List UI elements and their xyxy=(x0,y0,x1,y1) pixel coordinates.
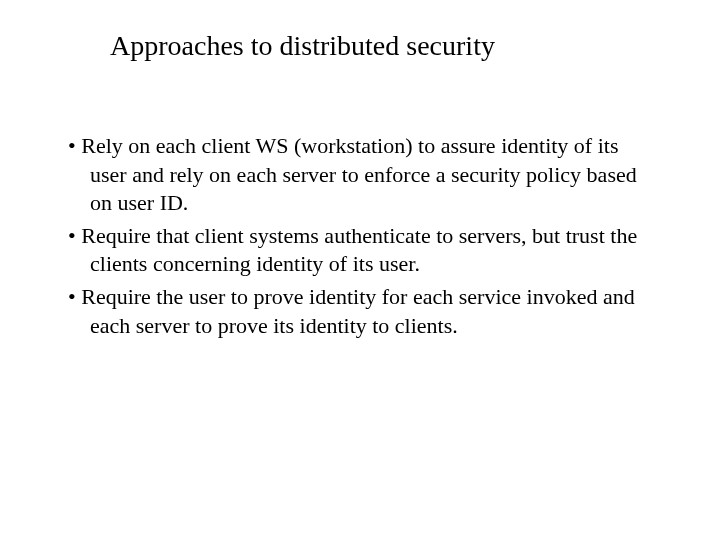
slide-title: Approaches to distributed security xyxy=(110,30,660,62)
list-item: Rely on each client WS (workstation) to … xyxy=(60,132,660,218)
list-item: Require that client systems authenticate… xyxy=(60,222,660,279)
bullet-list: Rely on each client WS (workstation) to … xyxy=(60,132,660,340)
list-item: Require the user to prove identity for e… xyxy=(60,283,660,340)
